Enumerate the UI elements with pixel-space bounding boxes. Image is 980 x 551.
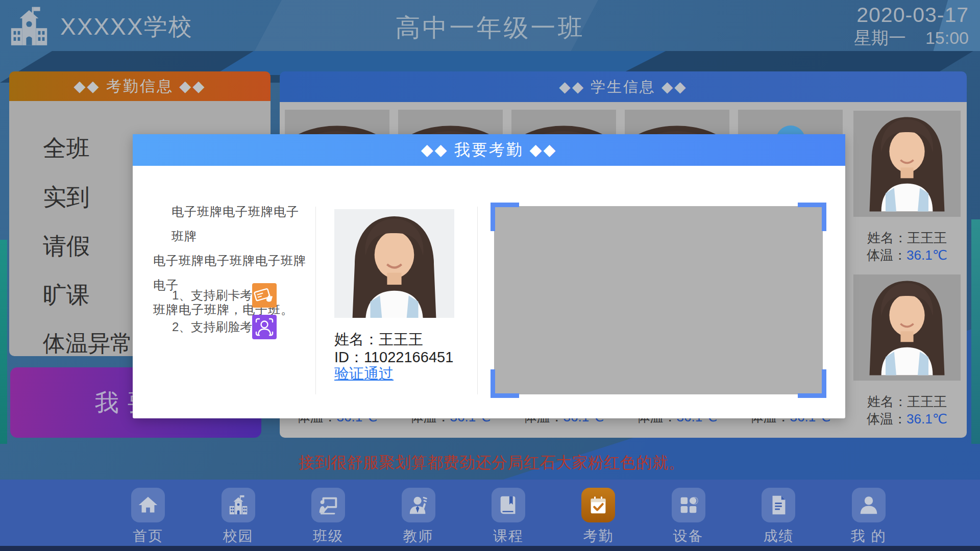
attendance-row-present: 实到 [43, 182, 132, 213]
profile-icon [852, 488, 886, 522]
scan-corner-icon [798, 203, 826, 231]
student-photo [853, 274, 961, 381]
course-icon [492, 488, 525, 522]
attendance-row-leave: 请假 [43, 231, 132, 262]
students-panel-title: ◆◆ 学生信息 ◆◆ [280, 71, 967, 102]
student-name: 姓名：王王王 [853, 393, 961, 411]
attendance-row-total: 全班 [43, 133, 132, 164]
home-icon [131, 488, 165, 522]
nav-item-attendance[interactable]: 考勤 [553, 488, 643, 546]
teacher-icon [402, 488, 435, 522]
attendance-row-temp-abnormal: 体温异常 [43, 329, 133, 359]
student-name: 姓名：王王王 [853, 229, 961, 247]
face-scan-icon [252, 315, 277, 339]
nav-label: 教师 [403, 527, 434, 546]
card-swipe-icon [252, 283, 277, 308]
nav-item-score[interactable]: 成绩 [733, 488, 823, 546]
attendance-modal: ◆◆ 我要考勤 ◆◆ 电子班牌电子班牌电子班牌 电子班牌电子班牌电子班牌电子 班… [133, 134, 845, 418]
divider [477, 207, 478, 394]
nav-item-home[interactable]: 首页 [103, 488, 193, 546]
attendance-panel-title: ◆◆ 考勤信息 ◆◆ [9, 71, 271, 101]
temp-value: 36.1℃ [906, 411, 947, 427]
temp-label: 体温： [867, 247, 906, 263]
divider [315, 207, 316, 394]
feature-face-attendance: 2、支持刷脸考勤 [172, 315, 264, 339]
time-text: 15:00 [925, 28, 969, 47]
campus-icon [222, 488, 255, 522]
student-card: 姓名：王王王 体温：36.1℃ [853, 274, 961, 381]
nav-label: 我 的 [851, 527, 887, 546]
scan-corner-icon [491, 369, 519, 398]
row-label-char: 旷课 [43, 280, 132, 311]
nav-item-profile[interactable]: 我 的 [824, 488, 914, 546]
student-card: 姓名：王王王 体温：36.1℃ [853, 111, 961, 217]
date-text: 2020-03-17 [725, 3, 969, 27]
modal-title: ◆◆ 我要考勤 ◆◆ [133, 134, 845, 166]
nav-label: 班级 [313, 527, 344, 546]
notice-marquee: 接到很舒服聚划算都费劲还分局红石大家粉红色的就。 [299, 452, 684, 473]
device-icon [672, 488, 705, 522]
scan-corner-icon [491, 203, 519, 231]
bg-teal-accent-left [0, 240, 7, 444]
scan-corner-icon [798, 369, 826, 398]
smart-class-board: XXXXX学校 高中一年级一班 2020-03-17 星期一15:00 ◆◆ 考… [0, 0, 980, 551]
score-icon [762, 488, 795, 522]
nav-item-campus[interactable]: 校园 [193, 488, 283, 546]
nav-label: 首页 [133, 527, 163, 546]
nav-label: 成绩 [763, 527, 794, 546]
nav-label: 考勤 [583, 527, 614, 546]
verified-student-name: 姓名：王王王 [334, 330, 423, 350]
verified-student-photo [334, 209, 454, 318]
row-label-char: 全班 [43, 133, 132, 164]
weekday-text: 星期一 [854, 28, 906, 47]
verify-passed-link[interactable]: 验证通过 [334, 364, 394, 384]
weekday-time: 星期一15:00 [725, 27, 969, 50]
bg-teal-accent-right [971, 219, 980, 444]
feature-card-attendance: 1、支持刷卡考勤 [172, 283, 264, 308]
bottom-nav-strip [0, 546, 980, 551]
nav-item-class[interactable]: 班级 [283, 488, 373, 546]
attendance-icon [581, 488, 615, 522]
temp-label: 体温： [867, 411, 906, 427]
description-line: 电子班牌电子班牌电子班牌 [153, 199, 309, 248]
nav-item-course[interactable]: 课程 [463, 488, 553, 546]
student-photo [853, 111, 961, 217]
row-label-char: 实到 [43, 182, 132, 213]
nav-label: 课程 [493, 527, 524, 546]
row-label-char: 请假 [43, 231, 132, 262]
student-temp: 体温：36.1℃ [853, 410, 961, 428]
class-icon [311, 488, 345, 522]
attendance-row-absent: 旷课 [43, 280, 132, 311]
temp-value: 36.1℃ [906, 247, 947, 263]
camera-preview-area [494, 206, 823, 394]
nav-label: 校园 [223, 527, 254, 546]
student-temp: 体温：36.1℃ [853, 246, 961, 264]
nav-label: 设备 [673, 527, 704, 546]
nav-item-teacher[interactable]: 教师 [373, 488, 463, 546]
nav-item-device[interactable]: 设备 [644, 488, 733, 546]
bg-diagonal-bright [214, 47, 674, 75]
